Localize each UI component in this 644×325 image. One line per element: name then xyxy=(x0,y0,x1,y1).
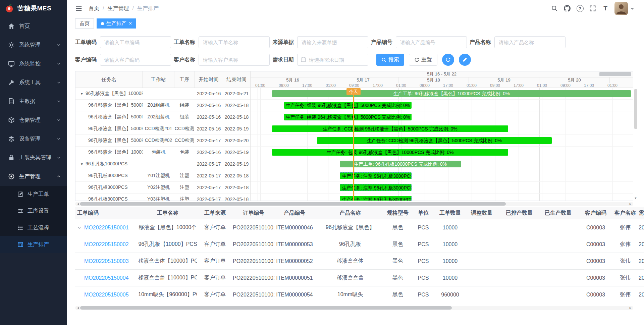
gantt-header-scrollbar[interactable] xyxy=(599,72,631,76)
gantt-task-row[interactable]: ▼96孔移液盒【黑色】10000PCS2022-05-162022-05-21 xyxy=(75,88,250,100)
orders-cell: PO202205101001 xyxy=(233,286,274,303)
gantt-task-row[interactable]: 96孔移液盒【黑色】5000PCSZ02组装机组装2022-05-162022-… xyxy=(75,111,250,123)
customer-code-input[interactable] xyxy=(100,54,171,66)
gantt-task-bar[interactable]: 生产任务: 包装 96孔移液盒【黑色】10000PCS 完成比例: 0% xyxy=(272,149,508,156)
tab-label: 生产排产 xyxy=(106,20,126,27)
search-button[interactable]: 搜索 xyxy=(376,54,404,66)
gantt-task-bar[interactable]: 生产任务: 注塑 96孔孔板3000PCS 完成比例: 0% xyxy=(340,172,412,179)
work-order-name-input[interactable] xyxy=(199,36,270,48)
gantt-task-row[interactable]: 96孔孔板3000PCSY02注塑机注塑2022-05-172022-05-18 xyxy=(75,182,250,194)
sidebar-item-label: 生产排产 xyxy=(28,241,49,248)
product-code-input[interactable] xyxy=(396,36,467,48)
orders-cell: 202 xyxy=(637,219,644,236)
scroll-left-icon[interactable]: ◄ xyxy=(76,306,79,310)
order-code-link[interactable]: MO202205150004 xyxy=(84,275,129,281)
sidebar-item[interactable]: 系统监控 xyxy=(0,54,67,73)
github-icon[interactable] xyxy=(564,5,571,12)
scroll-left-icon[interactable]: ◄ xyxy=(76,202,79,206)
sidebar-toggle-icon[interactable] xyxy=(75,5,83,12)
tab-item[interactable]: 生产排产× xyxy=(97,18,136,29)
orders-cell: 黑色 xyxy=(386,253,410,270)
sync-button[interactable] xyxy=(442,54,454,66)
orders-cell xyxy=(464,236,500,253)
filter-field: 产品名称 xyxy=(470,36,566,48)
tree-expand-icon[interactable]: ▼ xyxy=(80,92,84,96)
edit-button[interactable] xyxy=(459,54,471,66)
gantt-task-row[interactable]: ▼96孔孔板10000PCS2022-05-172022-05-19 xyxy=(75,158,250,170)
gantt-task-bar[interactable]: 生产任务: CCD检测 96孔移液盒【黑色】5000PCS 完成比例: 0% xyxy=(272,125,508,132)
tab-item[interactable]: 首页 xyxy=(75,18,94,29)
gantt-task-row[interactable]: 96孔移液盒【黑色】5000PCSCCD检测#01CCD检测2022-05-16… xyxy=(75,123,250,135)
gantt-task-bar[interactable]: 生产任务: 注塑 96孔孔板3000PCS 完成比例: 0% xyxy=(340,196,412,201)
row-expand-icon[interactable] xyxy=(77,226,82,230)
product-name-input[interactable] xyxy=(494,36,566,48)
avatar-caret-icon[interactable] xyxy=(631,8,634,11)
avatar[interactable] xyxy=(614,2,628,15)
gantt-order-bar[interactable]: 生产工单: 96孔孔板10000PCS 完成比例: 0% xyxy=(340,161,461,167)
search-icon[interactable] xyxy=(551,5,558,12)
sidebar-item[interactable]: 仓储管理 xyxy=(0,111,67,129)
sidebar-item[interactable]: 生产排产 xyxy=(0,236,67,253)
gantt-task-row[interactable]: 96孔孔板3000PCSY03注塑机注塑2022-05-172022-05-18 xyxy=(75,194,250,201)
chevron-down-icon xyxy=(56,118,61,122)
gantt-vertical-scrollbar[interactable]: ▼ xyxy=(634,88,638,200)
demand-date-input[interactable] xyxy=(297,54,368,66)
sidebar-item[interactable]: 工艺流程 xyxy=(0,219,67,236)
orders-column-header: 工单编码 xyxy=(75,207,138,219)
scroll-right-icon[interactable]: ► xyxy=(629,202,632,206)
order-code-link[interactable]: MO202205150002 xyxy=(84,241,129,247)
gantt-task-row[interactable]: 96孔移液盒【黑色】10000PCS包装机包装2022-05-162022-05… xyxy=(75,147,250,158)
gantt-task-row[interactable]: 96孔孔板3000PCSY01注塑机注塑2022-05-172022-05-18 xyxy=(75,170,250,182)
sidebar-item[interactable]: 首页 xyxy=(0,17,67,36)
breadcrumb-item[interactable]: 首页 xyxy=(89,5,99,12)
gantt-order-bar[interactable]: 生产工单: 96孔移液盒【黑色】10000PCS 完成比例: 0% xyxy=(272,90,631,97)
breadcrumb-separator: / xyxy=(132,5,133,11)
vertical-scroll-thumb[interactable] xyxy=(634,89,637,129)
order-code-link[interactable]: MO202205150005 xyxy=(84,292,129,297)
app-logo: 苦糖果MES xyxy=(0,0,67,17)
fullscreen-icon[interactable] xyxy=(589,5,596,12)
sidebar-item[interactable]: 主数据 xyxy=(0,92,67,111)
breadcrumb-item: 生产排产 xyxy=(137,5,159,12)
font-size-icon[interactable]: T xyxy=(602,5,609,12)
filter-field: 来源单据 xyxy=(272,36,368,48)
gantt-table-body: ▼96孔移液盒【黑色】10000PCS2022-05-162022-05-219… xyxy=(75,88,250,201)
sidebar-item-label: 系统工具 xyxy=(19,79,41,86)
horizontal-scroll-thumb[interactable] xyxy=(80,306,452,310)
scroll-down-icon[interactable]: ▼ xyxy=(634,197,638,200)
orders-cell: C00003 xyxy=(578,286,614,303)
tab-close-icon[interactable]: × xyxy=(129,21,132,26)
sidebar-item[interactable]: 工装夹具管理 xyxy=(0,148,67,167)
customer-name-input[interactable] xyxy=(199,54,270,66)
gantt-horizontal-scrollbar[interactable]: ◄ ► xyxy=(75,202,633,206)
gantt-task-bar[interactable]: 生产任务: 组装 96孔移液盒【黑色】5000PCS 完成比例: 0% xyxy=(284,114,412,120)
sidebar-item[interactable]: 生产管理 xyxy=(0,167,67,186)
gantt-task-row[interactable]: 96孔移液盒【黑色】5000PCSCCD检测#02CCD检测2022-05-17… xyxy=(75,135,250,147)
scroll-right-icon[interactable]: ► xyxy=(629,306,632,310)
gantt-task-bar[interactable]: 生产任务: 组装 96孔移液盒【黑色】5000PCS 完成比例: 0% xyxy=(284,102,412,109)
order-code-link[interactable]: MO202205150001 xyxy=(84,225,129,230)
tree-expand-icon[interactable]: ▼ xyxy=(80,162,84,166)
orders-cell: 96孔孔板 xyxy=(315,236,386,253)
orders-horizontal-scrollbar[interactable]: ◄ ► xyxy=(75,306,633,310)
gantt-task-bar[interactable]: 生产任务: CCD检测 96孔移液盒【黑色】5000PCS 完成比例: 0% xyxy=(317,137,552,144)
sidebar-item[interactable]: 生产工单 xyxy=(0,186,67,203)
reset-button[interactable]: 重置 xyxy=(409,54,437,66)
sidebar-item[interactable]: 系统管理 xyxy=(0,36,67,54)
gantt-task-row[interactable]: 96孔移液盒【黑色】5000PCSZ01组装机组装2022-05-162022-… xyxy=(75,100,250,111)
gantt-task-bar[interactable]: 生产任务: 注塑 96孔孔板3000PCS 完成比例: 0% xyxy=(340,184,412,191)
horizontal-scroll-thumb[interactable] xyxy=(80,202,506,206)
gantt-task-process: CCD检测 xyxy=(174,126,195,132)
gantt-task-end: 2022-05-18 xyxy=(223,173,250,178)
help-icon[interactable]: ? xyxy=(576,5,584,12)
source-document-input[interactable] xyxy=(297,36,368,48)
sidebar-item[interactable]: 系统工具 xyxy=(0,73,67,92)
order-code-link[interactable]: MO202205150003 xyxy=(84,258,129,264)
sidebar-item[interactable]: 工序设置 xyxy=(0,203,67,219)
orders-table-row: MO20220515000510mm吸头【960000】PCS客户订单PO202… xyxy=(75,286,644,303)
orders-cell: 202 xyxy=(637,286,644,303)
sidebar-item[interactable]: 设备管理 xyxy=(0,129,67,148)
orders-column-header: 已生产数量 xyxy=(539,207,578,219)
work-order-code-input[interactable] xyxy=(100,36,171,48)
topbar: 首页/生产管理/生产排产 ? T xyxy=(67,0,644,17)
